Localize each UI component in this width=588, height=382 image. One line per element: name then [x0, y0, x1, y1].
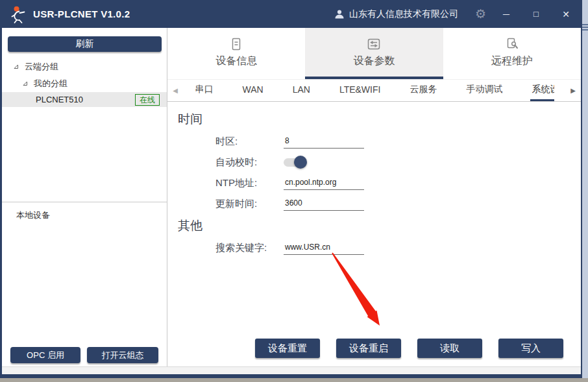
- read-button[interactable]: 读取: [417, 339, 482, 358]
- wrench-icon: [505, 37, 519, 51]
- timezone-label: 时区:: [215, 136, 284, 148]
- subtab-wan[interactable]: WAN: [241, 80, 265, 101]
- subtab-cloud-service[interactable]: 云服务: [408, 80, 438, 101]
- auto-sync-label: 自动校时:: [215, 156, 284, 169]
- tab-label: 远程维护: [491, 54, 533, 68]
- search-keyword-input[interactable]: www.USR.cn: [284, 242, 364, 255]
- subtab-scroll-right-icon[interactable]: ▶: [568, 80, 578, 101]
- titlebar-right: 山东有人信息技术有限公司 ⚙ ─ □ ✕: [334, 6, 576, 21]
- device-restart-button[interactable]: 设备重启: [336, 339, 401, 358]
- app-title: USR-PLCNET V1.0.2: [33, 8, 130, 19]
- app-window: USR-PLCNET V1.0.2 山东有人信息技术有限公司 ⚙ ─ □ ✕ 刷…: [0, 0, 582, 378]
- action-buttons: 设备重置 设备重启 读取 写入: [255, 339, 563, 358]
- tab-label: 设备参数: [353, 54, 395, 68]
- tree-node-cloud-group[interactable]: 云端分组: [2, 58, 167, 75]
- online-status-badge: 在线: [135, 94, 160, 106]
- cloud-device-panel: 刷新 云端分组 我的分组 PLCNET510 在线: [2, 28, 167, 202]
- opc-enable-button[interactable]: OPC 启用: [10, 347, 80, 363]
- user-icon: [334, 9, 345, 19]
- timezone-row: 时区: 8: [215, 134, 581, 149]
- refresh-button[interactable]: 刷新: [8, 36, 162, 52]
- tab-device-info[interactable]: 设备信息: [167, 28, 305, 79]
- update-interval-input[interactable]: 3600: [284, 198, 364, 211]
- subtab-lan[interactable]: LAN: [291, 80, 312, 101]
- titlebar: USR-PLCNET V1.0.2 山东有人信息技术有限公司 ⚙ ─ □ ✕: [2, 0, 581, 28]
- local-devices-label: 本地设备: [16, 210, 50, 220]
- status-bar: [2, 366, 581, 374]
- sidebar-actions: OPC 启用 打开云组态: [2, 347, 167, 366]
- background-lines: [582, 24, 588, 32]
- timezone-input[interactable]: 8: [284, 136, 364, 149]
- company-name: 山东有人信息技术有限公司: [349, 8, 458, 20]
- tab-label: 设备信息: [215, 54, 257, 68]
- subtab-system-settings[interactable]: 系统设置: [530, 80, 554, 101]
- minimize-button[interactable]: ─: [496, 9, 516, 19]
- sliders-icon: [367, 37, 381, 51]
- local-device-panel: 本地设备: [2, 202, 167, 347]
- close-button[interactable]: ✕: [556, 9, 576, 19]
- time-section-header: 时间: [178, 111, 581, 128]
- main-tab-bar: 设备信息 设备参数 远程维护: [167, 28, 581, 79]
- tree-node-device-plcnet510[interactable]: PLCNET510 在线: [2, 92, 167, 107]
- tree-node-label: 我的分组: [34, 78, 67, 90]
- ntp-address-label: NTP地址:: [215, 177, 284, 189]
- tree-node-my-group[interactable]: 我的分组: [2, 75, 167, 92]
- search-keyword-row: 搜索关键字: www.USR.cn: [215, 241, 581, 256]
- other-section-header: 其他: [178, 217, 581, 234]
- update-interval-row: 更新时间: 3600: [215, 197, 581, 211]
- desktop-window-behind-right: [582, 0, 588, 378]
- settings-gear-icon[interactable]: ⚙: [475, 6, 486, 21]
- auto-sync-row: 自动校时:: [215, 155, 581, 170]
- settings-form: 时间 时区: 8 自动校时: NTP地址: cn.pool.ntp.org 更新…: [167, 102, 581, 366]
- device-name: PLCNET510: [36, 95, 83, 104]
- tab-device-params[interactable]: 设备参数: [305, 28, 443, 79]
- update-interval-label: 更新时间:: [215, 198, 284, 210]
- tree-expand-icon[interactable]: [13, 64, 19, 70]
- tree-expand-icon[interactable]: [22, 80, 29, 87]
- subtab-items: 串口 WAN LAN LTE&WIFI 云服务 手动调试 系统设置: [180, 80, 568, 101]
- device-sidebar: 刷新 云端分组 我的分组 PLCNET510 在线: [2, 28, 167, 366]
- subtab-lte-wifi[interactable]: LTE&WIFI: [338, 80, 382, 101]
- subtab-scroll-left-icon[interactable]: ◀: [170, 80, 180, 101]
- subtab-manual-debug[interactable]: 手动调试: [465, 80, 504, 101]
- ntp-address-input[interactable]: cn.pool.ntp.org: [284, 177, 364, 190]
- window-body: 刷新 云端分组 我的分组 PLCNET510 在线: [2, 28, 581, 366]
- document-icon: [229, 37, 243, 51]
- toggle-knob: [294, 156, 307, 169]
- write-button[interactable]: 写入: [498, 339, 563, 358]
- ntp-row: NTP地址: cn.pool.ntp.org: [215, 176, 581, 191]
- usr-logo-icon: [10, 5, 28, 23]
- desktop-background-bottom: [0, 378, 588, 382]
- auto-sync-toggle[interactable]: [284, 158, 305, 167]
- subtab-serial[interactable]: 串口: [194, 80, 215, 101]
- subtab-bar: ◀ 串口 WAN LAN LTE&WIFI 云服务 手动调试 系统设置 ▶: [167, 79, 581, 102]
- tab-remote-maintenance[interactable]: 远程维护: [443, 28, 581, 79]
- tree-node-label: 云端分组: [25, 61, 58, 73]
- main-panel: 设备信息 设备参数 远程维护: [167, 28, 581, 366]
- maximize-button[interactable]: □: [526, 9, 546, 19]
- device-reset-button[interactable]: 设备重置: [255, 339, 320, 358]
- open-cloud-scada-button[interactable]: 打开云组态: [87, 347, 158, 363]
- search-keyword-label: 搜索关键字:: [215, 242, 284, 254]
